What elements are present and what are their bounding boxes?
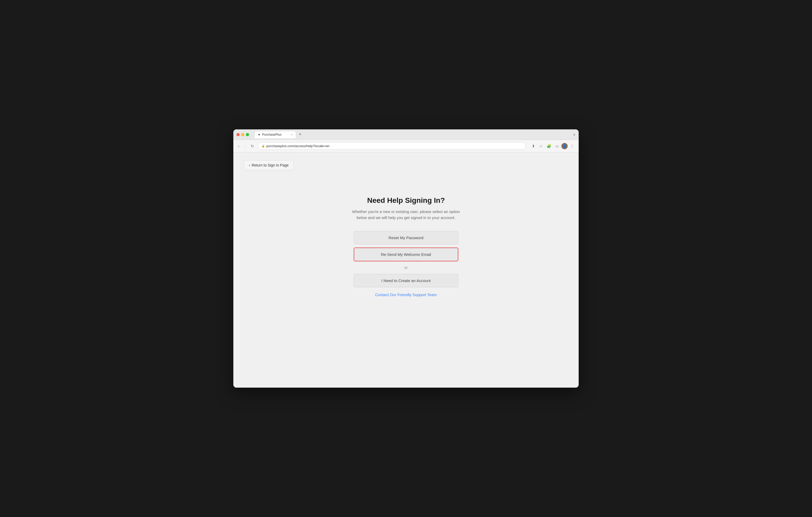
tab-favicon: ✦ [258, 133, 261, 137]
menu-button[interactable]: ⋮ [569, 143, 576, 149]
user-avatar[interactable]: 👤 [561, 143, 568, 149]
maximize-window-button[interactable] [246, 133, 249, 136]
address-input[interactable]: 🔒 purchaseplus.com/access/help?locale=en [258, 142, 526, 150]
toolbar-actions: ⬆ ☆ 🧩 ▭ 👤 ⋮ [530, 143, 576, 149]
back-button-label: Return to Sign In Page [252, 163, 289, 167]
title-bar-chevron: ∨ [573, 133, 576, 136]
page-content: ‹ Return to Sign In Page Need Help Signi… [233, 152, 579, 388]
options-container: Reset My Password Re-Send My Welcome Ema… [354, 231, 458, 297]
page-title: Need Help Signing In? [367, 196, 445, 205]
reset-password-button[interactable]: Reset My Password [354, 231, 458, 244]
bookmark-button[interactable]: ☆ [538, 143, 544, 149]
share-button[interactable]: ⬆ [530, 143, 536, 149]
back-chevron-icon: ‹ [249, 163, 250, 167]
main-content: Need Help Signing In? Whether you're a n… [244, 186, 568, 297]
page-subtitle: Whether you're a new or existing user, p… [351, 209, 461, 221]
close-window-button[interactable] [236, 133, 240, 136]
back-navigation-button[interactable]: ‹ [236, 143, 241, 149]
return-to-signin-button[interactable]: ‹ Return to Sign In Page [244, 160, 293, 170]
url-display: purchaseplus.com/access/help?locale=en [266, 144, 329, 148]
tab-close-button[interactable]: × [291, 133, 293, 136]
create-account-button[interactable]: I Need to Create an Account [354, 274, 458, 287]
lock-icon: 🔒 [262, 145, 265, 147]
minimize-window-button[interactable] [241, 133, 244, 136]
tab-bar: ✦ PurchasePlus × + [254, 131, 571, 138]
active-tab[interactable]: ✦ PurchasePlus × [254, 131, 296, 138]
refresh-button[interactable]: ↻ [249, 143, 256, 149]
or-divider: or [404, 266, 408, 270]
resend-welcome-email-button[interactable]: Re-Send My Welcome Email [354, 247, 458, 262]
tab-title: PurchasePlus [262, 133, 282, 136]
support-link[interactable]: Contact Our Friendly Support Team [375, 293, 437, 297]
title-bar: ✦ PurchasePlus × + ∨ [233, 129, 579, 140]
extensions-button[interactable]: 🧩 [545, 143, 553, 149]
browser-window: ✦ PurchasePlus × + ∨ ‹ › ↻ 🔒 purchaseplu… [233, 129, 579, 388]
forward-navigation-button[interactable]: › [243, 143, 248, 149]
traffic-lights [236, 133, 249, 136]
address-bar: ‹ › ↻ 🔒 purchaseplus.com/access/help?loc… [233, 140, 579, 152]
new-tab-button[interactable]: + [297, 132, 303, 137]
sidebar-button[interactable]: ▭ [554, 143, 560, 149]
